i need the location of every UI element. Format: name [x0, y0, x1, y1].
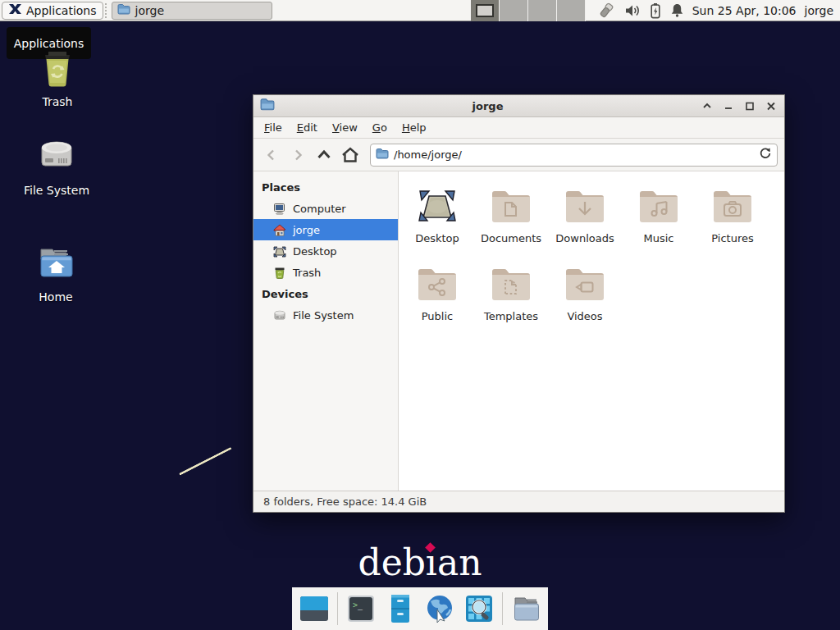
workspace-1[interactable] — [471, 0, 500, 21]
file-item-templates[interactable]: Templates — [474, 261, 548, 339]
path-input[interactable]: /home/jorge/ — [394, 148, 754, 161]
application-finder-icon[interactable] — [463, 592, 495, 625]
web-browser-icon[interactable] — [423, 592, 456, 625]
shade-button[interactable] — [701, 99, 714, 112]
folder-template-icon — [491, 261, 532, 304]
file-item-desktop[interactable]: Desktop — [400, 183, 474, 261]
taskbar-window-button[interactable]: jorge — [112, 2, 272, 20]
trash-icon — [37, 48, 78, 90]
maximize-button[interactable] — [743, 99, 756, 112]
desktop-icon-label: Home — [39, 290, 72, 304]
desktop-icon-label: File System — [24, 184, 89, 197]
sidebar-item-jorge[interactable]: jorge — [253, 219, 398, 240]
up-button[interactable] — [313, 144, 336, 167]
file-item-downloads[interactable]: Downloads — [548, 183, 622, 261]
file-item-label: Music — [644, 232, 674, 244]
show-desktop-icon[interactable] — [298, 592, 331, 625]
sidebar: Places Computer jorge Desktop Trash — [253, 171, 399, 491]
sidebar-item-desktop[interactable]: Desktop — [253, 240, 398, 262]
home-icon — [273, 224, 286, 236]
file-item-label: Templates — [484, 310, 538, 322]
menu-help[interactable]: Help — [395, 118, 434, 137]
taskbar-window-label: jorge — [135, 4, 164, 17]
toolbar: /home/jorge/ — [253, 139, 784, 171]
directory-menu-icon[interactable] — [509, 592, 542, 625]
terminal-icon[interactable]: >_ — [345, 592, 377, 625]
folder-share-icon — [417, 261, 458, 304]
window-icon — [260, 98, 275, 114]
workspace-3[interactable] — [528, 0, 557, 21]
file-item-pictures[interactable]: Pictures — [696, 183, 769, 261]
reload-icon[interactable] — [759, 147, 772, 163]
dock-panel: >_ — [292, 587, 548, 630]
panel-username: jorge — [805, 4, 833, 17]
folder-camera-icon — [712, 183, 753, 226]
desktop-icon-file-system[interactable]: File System — [11, 138, 102, 197]
file-list[interactable]: Desktop Documents Downloads — [399, 171, 784, 491]
panel-clock[interactable]: Sun 25 Apr, 10:06 — [692, 4, 797, 17]
sidebar-item-computer[interactable]: Computer — [253, 198, 398, 219]
sidebar-header-places: Places — [253, 176, 398, 198]
computer-icon — [273, 203, 286, 215]
applications-menu-button[interactable]: Applications — [2, 2, 103, 20]
menu-go[interactable]: Go — [365, 118, 395, 137]
battery-icon[interactable] — [650, 2, 661, 19]
menu-edit[interactable]: Edit — [290, 118, 325, 137]
home-button[interactable] — [339, 144, 362, 167]
system-tray — [597, 2, 684, 19]
desktop-icon-trash[interactable]: Trash — [12, 48, 103, 108]
folder-video-icon — [564, 261, 605, 304]
desktop-icon — [273, 245, 286, 258]
dock-separator — [502, 592, 503, 625]
file-item-videos[interactable]: Videos — [548, 261, 622, 339]
folder-icon — [117, 3, 130, 17]
file-item-label: Pictures — [711, 232, 753, 244]
hard-drive-icon — [35, 138, 78, 179]
desktop-icon-home[interactable]: Home — [11, 244, 101, 304]
window-titlebar[interactable]: jorge — [253, 95, 784, 117]
workspace-switcher — [471, 0, 586, 21]
file-item-documents[interactable]: Documents — [474, 183, 548, 261]
wallpaper-line — [179, 447, 232, 476]
status-text: 8 folders, Free space: 14.4 GiB — [263, 495, 427, 508]
sidebar-item-trash[interactable]: Trash — [253, 262, 398, 283]
back-button[interactable] — [260, 144, 283, 167]
volume-icon[interactable] — [624, 3, 641, 18]
input-device-icon[interactable] — [597, 2, 615, 19]
close-button[interactable] — [765, 99, 778, 112]
sidebar-item-label: Trash — [293, 267, 321, 279]
applications-menu-label: Applications — [26, 4, 97, 17]
home-folder-icon — [34, 244, 77, 285]
file-item-music[interactable]: Music — [622, 183, 696, 261]
file-item-label: Desktop — [415, 232, 459, 244]
workspace-4[interactable] — [557, 0, 586, 21]
svg-text:_: _ — [358, 600, 363, 610]
notifications-bell-icon[interactable] — [670, 2, 684, 18]
file-manager-icon[interactable] — [384, 592, 417, 625]
sidebar-header-devices: Devices — [253, 283, 398, 304]
workspace-window-preview — [476, 4, 494, 17]
status-bar: 8 folders, Free space: 14.4 GiB — [253, 491, 784, 512]
file-item-public[interactable]: Public — [400, 261, 474, 339]
debian-wordmark: debıan — [0, 541, 840, 583]
menu-view[interactable]: View — [325, 118, 365, 137]
forward-button[interactable] — [286, 144, 309, 167]
workspace-2[interactable] — [500, 0, 528, 21]
menu-file[interactable]: File — [257, 118, 290, 137]
folder-download-icon — [564, 183, 605, 226]
sidebar-item-label: jorge — [293, 224, 320, 236]
menu-bar: File Edit View Go Help — [253, 117, 784, 139]
path-folder-icon — [376, 147, 389, 162]
file-item-label: Downloads — [555, 232, 614, 244]
tasklist-handle[interactable] — [105, 3, 110, 18]
sidebar-item-file-system[interactable]: File System — [253, 304, 398, 326]
window-title: jorge — [275, 100, 701, 112]
folder-music-icon — [638, 183, 679, 226]
location-bar[interactable]: /home/jorge/ — [370, 144, 778, 167]
desktop: Applications jorge — [0, 0, 840, 630]
xfce-menu-icon — [8, 2, 22, 18]
minimize-button[interactable] — [722, 99, 735, 112]
sidebar-item-label: Desktop — [293, 245, 337, 258]
sidebar-item-label: File System — [293, 309, 354, 322]
desktop-icon-label: Trash — [43, 95, 73, 108]
